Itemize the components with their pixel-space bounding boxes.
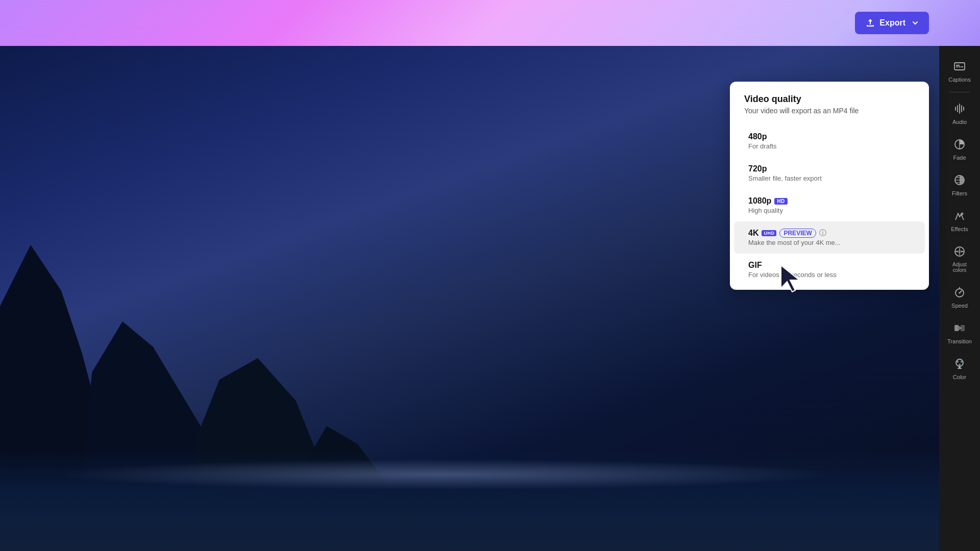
quality-4k-name: 4K	[748, 229, 758, 238]
sidebar-item-color[interactable]: Color	[941, 352, 978, 385]
sidebar-item-filters[interactable]: Filters	[941, 168, 978, 202]
transition-icon	[952, 321, 967, 335]
svg-rect-20	[954, 325, 959, 331]
quality-720p-name: 720p	[748, 164, 767, 173]
sidebar-item-adjust-colors[interactable]: Adjustcolors	[941, 239, 978, 278]
captions-icon	[952, 59, 967, 73]
hd-badge: HD	[774, 198, 787, 205]
right-sidebar: Captions Audio Fade	[939, 46, 980, 551]
adjust-colors-label: Adjustcolors	[952, 262, 967, 273]
uhd-badge: UHD	[762, 230, 776, 236]
quality-gif-desc: For videos 15 seconds or less	[748, 271, 911, 279]
dropdown-title: Video quality	[730, 94, 929, 107]
sidebar-item-captions[interactable]: Captions	[941, 54, 978, 88]
svg-rect-4	[956, 65, 960, 66]
quality-option-4k[interactable]: 4K UHD PREVIEW ⓘ Make the most of your 4…	[734, 221, 925, 254]
preview-badge: PREVIEW	[779, 229, 816, 238]
svg-point-24	[961, 361, 963, 363]
filters-label: Filters	[952, 190, 967, 196]
quality-option-1080p[interactable]: 1080p HD High quality	[734, 189, 925, 221]
export-button[interactable]: Export	[855, 12, 929, 34]
quality-option-480p[interactable]: 480p For drafts	[734, 125, 925, 157]
effects-label: Effects	[951, 226, 968, 232]
filters-icon	[952, 173, 967, 187]
quality-option-720p[interactable]: 720p Smaller file, faster export	[734, 157, 925, 189]
info-icon[interactable]: ⓘ	[819, 229, 826, 238]
sidebar-divider-1	[949, 92, 970, 92]
quality-4k-desc: Make the most of your 4K me...	[748, 239, 891, 246]
video-quality-dropdown: Video quality Your video will export as …	[730, 82, 929, 290]
captions-label: Captions	[948, 77, 970, 83]
audio-label: Audio	[952, 119, 967, 125]
svg-rect-21	[961, 325, 965, 331]
quality-1080p-name: 1080p	[748, 196, 771, 206]
adjust-colors-icon	[952, 244, 967, 259]
quality-option-gif[interactable]: GIF For videos 15 seconds or less	[734, 254, 925, 286]
speed-label: Speed	[951, 303, 968, 309]
transition-label: Transition	[947, 338, 972, 344]
dropdown-subtitle: Your video will export as an MP4 file	[730, 107, 929, 125]
quality-480p-desc: For drafts	[748, 142, 911, 150]
header-bar: Export	[0, 0, 980, 46]
audio-icon	[952, 102, 967, 116]
quality-gif-name: GIF	[748, 261, 762, 270]
svg-point-23	[957, 361, 959, 363]
color-icon	[952, 357, 967, 371]
effects-icon	[952, 209, 967, 223]
fade-icon	[952, 137, 967, 152]
svg-point-19	[959, 292, 961, 294]
svg-rect-2	[959, 66, 961, 67]
sidebar-item-audio[interactable]: Audio	[941, 96, 978, 130]
export-label: Export	[879, 18, 905, 28]
upload-icon	[865, 18, 875, 28]
svg-rect-3	[961, 66, 963, 67]
sidebar-item-effects[interactable]: Effects	[941, 204, 978, 237]
quality-1080p-desc: High quality	[748, 207, 911, 214]
chevron-down-icon	[912, 19, 919, 27]
color-label: Color	[953, 374, 966, 380]
svg-rect-1	[956, 66, 958, 67]
quality-480p-name: 480p	[748, 132, 767, 141]
wave-spray	[51, 459, 837, 490]
speed-icon	[952, 285, 967, 299]
sidebar-item-speed[interactable]: Speed	[941, 280, 978, 314]
fade-label: Fade	[953, 155, 966, 161]
sidebar-item-fade[interactable]: Fade	[941, 132, 978, 166]
svg-point-25	[959, 364, 961, 366]
quality-720p-desc: Smaller file, faster export	[748, 174, 911, 182]
sidebar-item-transition[interactable]: Transition	[941, 316, 978, 349]
